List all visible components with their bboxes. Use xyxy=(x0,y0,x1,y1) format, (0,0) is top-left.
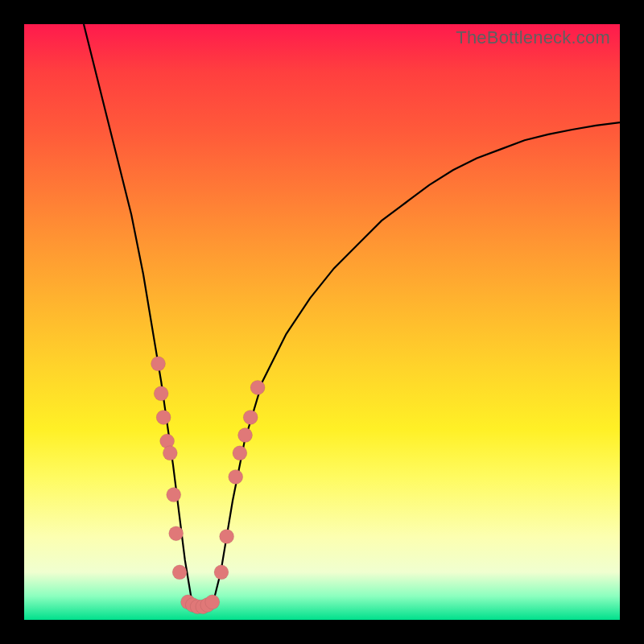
plot-area: TheBottleneck.com xyxy=(24,24,620,620)
data-marker xyxy=(154,386,168,401)
data-marker xyxy=(229,469,243,484)
marker-group xyxy=(151,357,266,614)
data-marker xyxy=(214,565,229,580)
data-marker xyxy=(243,410,258,424)
data-marker xyxy=(250,380,265,394)
data-marker xyxy=(238,428,253,443)
data-marker xyxy=(156,410,171,424)
data-marker xyxy=(205,595,220,609)
data-marker xyxy=(163,446,177,460)
chart-svg xyxy=(24,24,620,620)
data-marker xyxy=(233,446,247,460)
bottleneck-curve xyxy=(84,24,620,608)
data-marker xyxy=(167,488,181,502)
data-marker xyxy=(172,565,187,580)
data-marker xyxy=(169,526,184,541)
data-marker xyxy=(220,529,234,543)
data-marker xyxy=(151,357,166,371)
chart-frame: TheBottleneck.com xyxy=(0,0,644,644)
